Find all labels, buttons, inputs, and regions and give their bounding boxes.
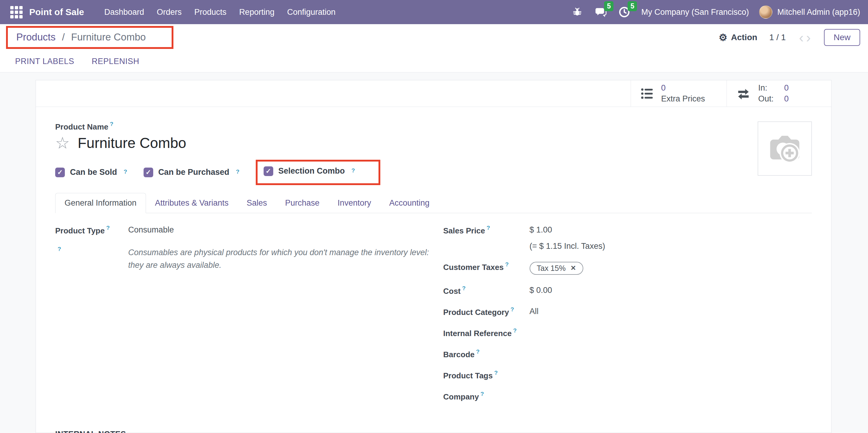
help-icon[interactable]: ? — [106, 225, 110, 231]
tab-general-information[interactable]: General Information — [55, 193, 146, 213]
messages-icon[interactable]: 5 — [594, 5, 608, 19]
help-icon[interactable]: ? — [480, 391, 484, 397]
help-icon[interactable]: ? — [58, 246, 61, 252]
menu-dashboard[interactable]: Dashboard — [98, 0, 151, 24]
menu-orders[interactable]: Orders — [151, 0, 188, 24]
app-name[interactable]: Point of Sale — [29, 7, 84, 17]
user-name[interactable]: Mitchell Admin (app16) — [777, 7, 860, 17]
selection-combo-label[interactable]: Selection Combo — [278, 166, 345, 176]
replenish-button[interactable]: REPLENISH — [92, 57, 140, 66]
activities-clock-icon[interactable]: 5 — [618, 5, 631, 19]
extra-prices-stat-button[interactable]: 0 Extra Prices — [631, 80, 726, 107]
content-area: 0 Extra Prices In: 0 Ou — [0, 73, 868, 433]
activities-count-badge: 5 — [628, 1, 637, 11]
new-button[interactable]: New — [824, 29, 860, 46]
sheet-body: Product Name? ☆ Furniture Combo ✓ Can be… — [36, 107, 831, 433]
top-navbar: Point of Sale Dashboard Orders Products … — [0, 0, 868, 24]
tab-attributes-variants[interactable]: Attributes & Variants — [146, 193, 238, 213]
help-icon[interactable]: ? — [513, 327, 517, 334]
record-pager: 1 / 1 — [769, 33, 786, 42]
can-be-purchased-label[interactable]: Can be Purchased — [158, 168, 229, 177]
product-type-help-text: Consumables are physical products for wh… — [128, 247, 434, 272]
help-icon[interactable]: ? — [494, 370, 498, 376]
user-menu[interactable]: Mitchell Admin (app16) — [759, 5, 860, 19]
product-name-label-row: Product Name? — [55, 121, 812, 132]
selection-combo-checkbox[interactable]: ✓ — [264, 166, 273, 176]
in-value: 0 — [784, 83, 789, 93]
breadcrumb: Products / Furniture Combo — [16, 31, 146, 43]
help-icon[interactable]: ? — [110, 121, 114, 127]
tab-accounting[interactable]: Accounting — [380, 193, 438, 213]
in-label: In: — [758, 83, 784, 93]
breadcrumb-products-link[interactable]: Products — [16, 31, 56, 42]
print-labels-button[interactable]: PRINT LABELS — [15, 57, 74, 66]
tab-purchase[interactable]: Purchase — [276, 193, 329, 213]
product-category-value[interactable]: All — [530, 307, 539, 317]
annotation-box-breadcrumb: Products / Furniture Combo — [6, 26, 174, 49]
internal-notes-heading: INTERNAL NOTES — [55, 429, 812, 433]
product-category-label: Product Category — [443, 308, 509, 316]
tax-remove-icon[interactable]: ✕ — [570, 264, 576, 272]
control-panel: Products / Furniture Combo ⚙ Action 1 / … — [0, 24, 868, 51]
sales-price-label: Sales Price — [443, 226, 485, 235]
chevron-right-icon[interactable]: › — [805, 30, 812, 45]
tax-tag-label: Tax 15% — [537, 264, 566, 273]
field-company: Company? — [443, 391, 812, 402]
help-icon[interactable]: ? — [510, 306, 514, 313]
tab-sales[interactable]: Sales — [238, 193, 276, 213]
can-be-purchased-checkbox-item: ✓ Can be Purchased? — [144, 168, 240, 177]
product-form-sheet: 0 Extra Prices In: 0 Ou — [36, 80, 832, 433]
stock-moves-stat-button[interactable]: In: 0 Out: 0 — [726, 80, 831, 107]
breadcrumb-separator: / — [62, 31, 65, 42]
can-be-sold-checkbox-item: ✓ Can be Sold? — [55, 168, 127, 177]
form-buttons-bar: PRINT LABELS REPLENISH — [0, 51, 868, 73]
menu-products[interactable]: Products — [188, 0, 233, 24]
help-icon[interactable]: ? — [476, 348, 480, 355]
field-internal-reference: Internal Reference? — [443, 328, 812, 338]
pager-arrows: ‹ › — [798, 30, 812, 45]
field-product-type: Product Type? Consumable — [55, 225, 434, 235]
field-barcode: Barcode? — [443, 349, 812, 359]
help-icon[interactable]: ? — [124, 169, 127, 175]
menu-reporting[interactable]: Reporting — [233, 0, 281, 24]
product-name-block: Product Name? ☆ Furniture Combo — [55, 121, 812, 151]
form-left-column: Product Type? Consumable ? Consumables a… — [55, 225, 434, 412]
favorite-star-icon[interactable]: ☆ — [55, 135, 70, 151]
navbar-systray: 5 5 My Company (San Francisco) Mitchell … — [570, 5, 860, 19]
help-icon[interactable]: ? — [236, 169, 240, 175]
general-information-form: Product Type? Consumable ? Consumables a… — [55, 225, 812, 412]
extra-prices-count: 0 — [661, 83, 705, 93]
help-icon[interactable]: ? — [462, 285, 466, 291]
help-icon[interactable]: ? — [487, 225, 490, 231]
annotation-box-selection-combo: ✓ Selection Combo? — [256, 160, 380, 185]
product-type-value[interactable]: Consumable — [128, 225, 174, 235]
out-label: Out: — [758, 94, 784, 104]
product-flags-row: ✓ Can be Sold? ✓ Can be Purchased? ✓ Sel… — [55, 160, 812, 185]
gear-icon: ⚙ — [719, 33, 727, 42]
can-be-purchased-checkbox[interactable]: ✓ — [144, 168, 153, 177]
menu-configuration[interactable]: Configuration — [281, 0, 342, 24]
field-sales-price: Sales Price? $ 1.00 (= $ 1.15 Incl. Taxe… — [443, 225, 812, 251]
messages-count-badge: 5 — [604, 1, 614, 11]
tab-inventory[interactable]: Inventory — [329, 193, 380, 213]
page-title[interactable]: Furniture Combo — [78, 135, 186, 151]
extra-prices-label: Extra Prices — [661, 94, 705, 104]
can-be-sold-checkbox[interactable]: ✓ — [55, 168, 65, 177]
can-be-sold-label[interactable]: Can be Sold — [70, 168, 117, 177]
company-switcher[interactable]: My Company (San Francisco) — [641, 7, 749, 17]
apps-grid-icon[interactable] — [10, 6, 23, 19]
action-menu-button[interactable]: ⚙ Action — [719, 33, 757, 42]
app-menu: Dashboard Orders Products Reporting Conf… — [98, 0, 342, 24]
cost-label: Cost — [443, 286, 461, 295]
chevron-left-icon[interactable]: ‹ — [798, 30, 805, 45]
form-right-column: Sales Price? $ 1.00 (= $ 1.15 Incl. Taxe… — [434, 225, 812, 412]
out-value: 0 — [784, 94, 789, 104]
help-icon[interactable]: ? — [505, 261, 509, 267]
cost-value[interactable]: $ 0.00 — [530, 286, 552, 296]
internal-reference-label: Internal Reference — [443, 328, 512, 338]
help-icon[interactable]: ? — [351, 167, 355, 174]
sales-price-value[interactable]: $ 1.00 — [530, 225, 605, 235]
tax-tag[interactable]: Tax 15% ✕ — [530, 262, 583, 275]
debug-bug-icon[interactable] — [570, 5, 584, 19]
user-avatar[interactable] — [759, 5, 772, 19]
